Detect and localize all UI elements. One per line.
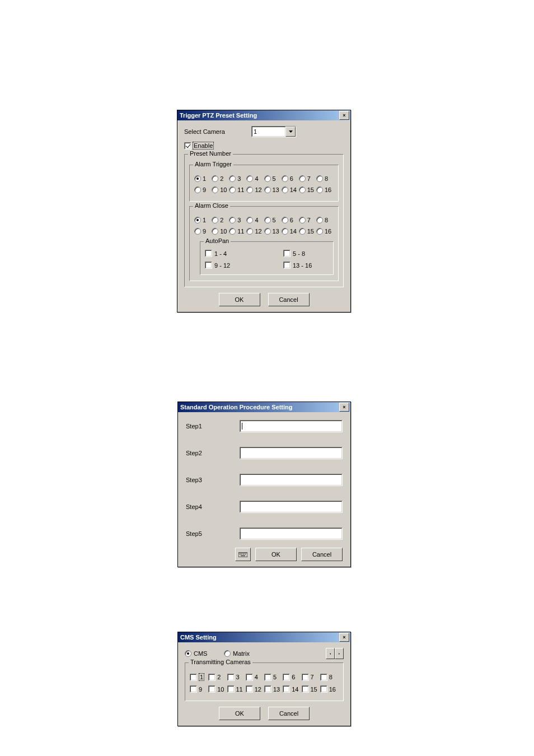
close-radio-5[interactable]	[264, 217, 271, 223]
trigger-radio-10[interactable]	[212, 186, 218, 193]
transmitting-cameras-group: Transmitting Cameras 1 2 3 4 5 6 7 8 9 1…	[185, 662, 344, 701]
ok-button[interactable]: OK	[219, 293, 260, 306]
step2-input[interactable]	[240, 447, 343, 459]
step3-input[interactable]	[240, 474, 343, 486]
camera-checkbox-1[interactable]	[190, 674, 197, 681]
close-radio-9[interactable]	[194, 228, 201, 235]
camera-checkbox-11[interactable]	[227, 685, 235, 693]
ok-button[interactable]: OK	[219, 707, 260, 720]
dialog-title: Trigger PTZ Preset Setting	[180, 112, 339, 119]
autopan-legend: AutoPan	[204, 237, 231, 244]
autopan-checkbox-13-16[interactable]	[283, 262, 291, 269]
close-icon[interactable]: ×	[339, 111, 349, 120]
close-radio-6[interactable]	[282, 217, 288, 223]
svg-rect-4	[245, 554, 246, 554]
svg-rect-2	[241, 554, 242, 554]
trigger-radio-12[interactable]	[246, 186, 253, 193]
autopan-checkbox-9-12[interactable]	[205, 262, 212, 269]
svg-rect-0	[238, 553, 247, 557]
trigger-radio-7[interactable]	[299, 175, 306, 182]
close-radio-4[interactable]	[246, 217, 253, 223]
titlebar[interactable]: Standard Operation Procedure Setting ×	[178, 402, 350, 412]
select-camera-label: Select Camera	[184, 128, 251, 135]
cancel-button[interactable]: Cancel	[268, 293, 310, 306]
camera-checkbox-13[interactable]	[264, 685, 271, 693]
trigger-radio-11[interactable]	[229, 186, 236, 193]
alarm-trigger-group: Alarm Trigger 1 2 3 4 5 6 7 8 9 10 11 12…	[189, 165, 339, 202]
camera-checkbox-7[interactable]	[302, 674, 309, 681]
select-camera-value: 1	[254, 128, 257, 135]
index-spinner[interactable]	[326, 648, 335, 659]
svg-rect-1	[240, 554, 241, 554]
trigger-ptz-dialog: Trigger PTZ Preset Setting × Select Came…	[177, 110, 351, 312]
step5-input[interactable]	[240, 528, 343, 540]
preset-number-group: Preset Number Alarm Trigger 1 2 3 4 5 6 …	[184, 154, 344, 287]
camera-checkbox-16[interactable]	[320, 685, 327, 693]
cancel-button[interactable]: Cancel	[268, 707, 310, 720]
dialog-title: Standard Operation Procedure Setting	[180, 404, 339, 410]
alarm-trigger-legend: Alarm Trigger	[193, 161, 233, 167]
close-radio-16[interactable]	[316, 228, 323, 235]
trigger-radio-8[interactable]	[316, 175, 323, 182]
step1-label: Step1	[186, 423, 240, 430]
enable-label: Enable	[193, 142, 214, 150]
close-radio-12[interactable]	[246, 228, 253, 235]
select-camera-dropdown[interactable]: 1	[251, 126, 296, 137]
close-radio-10[interactable]	[212, 228, 218, 235]
trigger-radio-3[interactable]	[229, 175, 236, 182]
camera-checkbox-2[interactable]	[208, 674, 216, 681]
chevron-down-icon[interactable]	[285, 127, 296, 137]
cms-radio[interactable]	[185, 650, 191, 657]
step1-input[interactable]	[240, 420, 343, 432]
alarm-close-legend: Alarm Close	[193, 202, 230, 209]
index-spinner-r[interactable]	[335, 648, 344, 659]
close-radio-15[interactable]	[299, 228, 306, 235]
camera-checkbox-4[interactable]	[246, 674, 253, 681]
autopan-checkbox-5-8[interactable]	[283, 250, 291, 257]
close-icon[interactable]: ×	[339, 403, 349, 412]
arrow-left-icon[interactable]	[326, 648, 335, 659]
ok-button[interactable]: OK	[255, 548, 297, 561]
close-icon[interactable]: ×	[339, 633, 349, 642]
cancel-button[interactable]: Cancel	[301, 548, 343, 561]
trigger-radio-1[interactable]	[194, 175, 201, 182]
svg-rect-5	[241, 556, 245, 556]
close-radio-1[interactable]	[194, 217, 201, 223]
camera-checkbox-14[interactable]	[283, 685, 290, 693]
titlebar[interactable]: Trigger PTZ Preset Setting ×	[177, 110, 350, 120]
titlebar[interactable]: CMS Setting ×	[178, 632, 350, 642]
close-radio-7[interactable]	[299, 217, 306, 223]
trigger-radio-2[interactable]	[212, 175, 218, 182]
close-radio-2[interactable]	[212, 217, 218, 223]
camera-checkbox-6[interactable]	[283, 674, 290, 681]
svg-rect-3	[243, 554, 244, 554]
camera-checkbox-3[interactable]	[227, 674, 235, 681]
camera-checkbox-9[interactable]	[190, 685, 197, 693]
close-radio-13[interactable]	[264, 228, 271, 235]
enable-checkbox[interactable]	[184, 142, 191, 150]
arrow-right-icon[interactable]	[335, 648, 344, 659]
camera-checkbox-5[interactable]	[264, 674, 271, 681]
step4-label: Step4	[186, 503, 240, 510]
trigger-radio-16[interactable]	[316, 186, 323, 193]
step4-input[interactable]	[240, 501, 343, 513]
trigger-radio-13[interactable]	[264, 186, 271, 193]
trigger-radio-6[interactable]	[282, 175, 288, 182]
trigger-radio-14[interactable]	[282, 186, 288, 193]
camera-checkbox-12[interactable]	[246, 685, 253, 693]
trigger-radio-4[interactable]	[246, 175, 253, 182]
camera-checkbox-10[interactable]	[208, 685, 216, 693]
trigger-radio-15[interactable]	[299, 186, 306, 193]
close-radio-14[interactable]	[282, 228, 288, 235]
autopan-checkbox-1-4[interactable]	[205, 250, 212, 257]
trigger-radio-9[interactable]	[194, 186, 201, 193]
camera-checkbox-8[interactable]	[320, 674, 327, 681]
trigger-radio-5[interactable]	[264, 175, 271, 182]
close-radio-11[interactable]	[229, 228, 236, 235]
close-radio-3[interactable]	[229, 217, 236, 223]
keyboard-icon[interactable]	[235, 548, 251, 561]
alarm-close-group: Alarm Close 1 2 3 4 5 6 7 8 9 10 11 12 1…	[189, 206, 339, 281]
camera-checkbox-15[interactable]	[302, 685, 309, 693]
matrix-radio[interactable]	[224, 650, 231, 657]
close-radio-8[interactable]	[316, 217, 323, 223]
